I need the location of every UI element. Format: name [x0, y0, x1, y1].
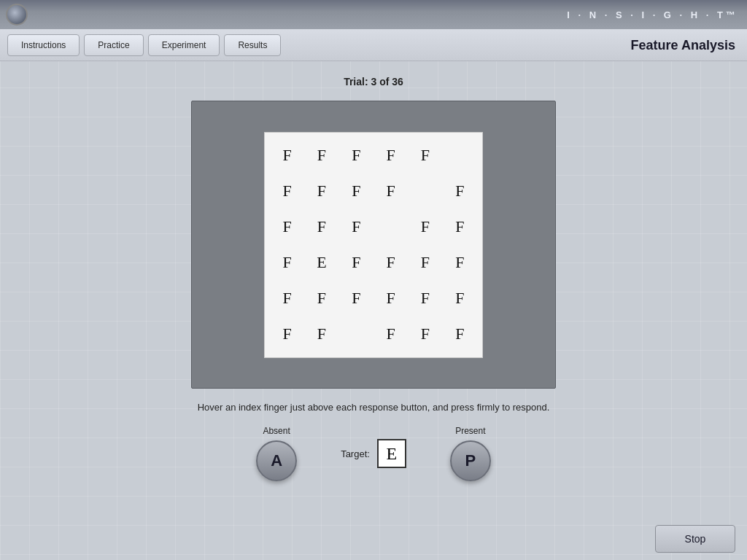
- stimulus-cell-18: F: [271, 246, 303, 280]
- stimulus-cell-8: F: [340, 174, 373, 209]
- stimulus-cell-30: F: [271, 317, 303, 351]
- stimulus-cell-1: F: [305, 139, 338, 173]
- stimulus-cell-35: F: [444, 317, 476, 351]
- present-label: Present: [455, 426, 485, 436]
- stimulus-cell-31: F: [305, 317, 338, 351]
- stimulus-cell-23: F: [444, 246, 476, 280]
- stimulus-cell-20: F: [340, 246, 373, 280]
- absent-label: Absent: [263, 426, 290, 436]
- stimulus-cell-12: F: [271, 210, 303, 244]
- stimulus-cell-15: [374, 210, 407, 244]
- nav-results-button[interactable]: Results: [224, 34, 281, 56]
- absent-button[interactable]: A: [256, 440, 297, 481]
- stimulus-cell-13: F: [305, 210, 338, 244]
- nav-bar: Instructions Practice Experiment Results…: [0, 29, 747, 61]
- stimulus-cell-19: E: [305, 246, 338, 280]
- stimulus-cell-5: [444, 139, 476, 173]
- stimulus-cell-32: [340, 317, 373, 351]
- top-bar: i · N · S · I · G · H · T™: [0, 0, 747, 29]
- stimulus-container: FFFFFFFFFFFFFFFFEFFFFFFFFFFFFFFF: [191, 101, 556, 389]
- stimulus-cell-16: F: [409, 210, 441, 244]
- present-group: Present P: [450, 426, 491, 481]
- response-row: Absent A Target: E Present P: [0, 426, 747, 481]
- trial-info: Trial: 3 of 36: [344, 76, 403, 88]
- stimulus-cell-11: F: [444, 174, 476, 209]
- stimulus-cell-14: F: [340, 210, 373, 244]
- instruction-text: Hover an index finger just above each re…: [198, 402, 550, 413]
- stimulus-cell-3: F: [374, 139, 407, 173]
- stimulus-cell-24: F: [271, 281, 303, 316]
- absent-group: Absent A: [256, 426, 297, 481]
- stimulus-cell-27: F: [374, 281, 407, 316]
- stimulus-cell-34: F: [409, 317, 441, 351]
- stimulus-cell-17: F: [444, 210, 476, 244]
- stimulus-cell-7: F: [305, 174, 338, 209]
- stimulus-cell-26: F: [340, 281, 373, 316]
- stimulus-grid: FFFFFFFFFFFFFFFFEFFFFFFFFFFFFFFF: [264, 132, 483, 358]
- present-button[interactable]: P: [450, 440, 491, 481]
- stimulus-cell-28: F: [409, 281, 441, 316]
- stimulus-cell-0: F: [271, 139, 303, 173]
- stimulus-cell-9: F: [374, 174, 407, 209]
- stimulus-cell-4: F: [409, 139, 441, 173]
- stimulus-cell-29: F: [444, 281, 476, 316]
- target-symbol: E: [377, 439, 406, 468]
- stimulus-cell-6: F: [271, 174, 303, 209]
- stimulus-cell-2: F: [340, 139, 373, 173]
- stimulus-cell-25: F: [305, 281, 338, 316]
- main-content: Trial: 3 of 36 FFFFFFFFFFFFFFFFEFFFFFFFF…: [0, 61, 747, 560]
- page-title: Feature Analysis: [631, 37, 735, 52]
- nav-instructions-button[interactable]: Instructions: [7, 34, 80, 56]
- target-label: Target:: [341, 448, 370, 459]
- nav-practice-button[interactable]: Practice: [84, 34, 143, 56]
- stop-button[interactable]: Stop: [655, 525, 735, 553]
- nav-experiment-button[interactable]: Experiment: [148, 34, 220, 56]
- stimulus-cell-33: F: [374, 317, 407, 351]
- brand-text: i · N · S · I · G · H · T™: [567, 9, 738, 20]
- stimulus-cell-21: F: [374, 246, 407, 280]
- stimulus-cell-22: F: [409, 246, 441, 280]
- app-logo: [6, 4, 28, 26]
- stimulus-cell-10: [409, 174, 441, 209]
- target-group: Target: E: [341, 439, 406, 468]
